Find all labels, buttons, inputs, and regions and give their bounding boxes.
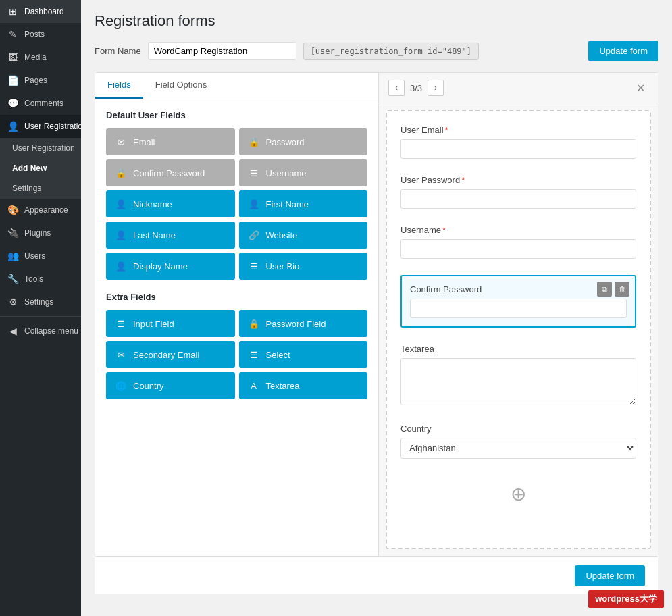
pages-icon: 📄 [7,74,19,86]
nickname-chip-icon: 👤 [114,197,128,211]
field-chip-secondary-email[interactable]: ✉ Secondary Email [106,341,235,368]
field-chip-country[interactable]: 🌐 Country [106,372,235,399]
update-form-button-top[interactable]: Update form [588,41,658,61]
confirm-password-input[interactable] [410,299,627,318]
username-required-star: * [442,225,446,235]
field-chip-password-field[interactable]: 🔒 Password Field [239,310,368,337]
field-chip-confirm-password[interactable]: 🔒 Confirm Password [106,159,235,186]
sidebar-collapse-menu[interactable]: ◀ Collapse menu [0,319,81,342]
field-chip-website-label: Website [266,230,298,240]
field-actions: ⧉ 🗑 [597,282,629,297]
sidebar-subitem-settings[interactable]: Settings [0,178,81,199]
country-chip-icon: 🌐 [114,379,128,392]
field-chip-email[interactable]: ✉ Email [106,128,235,155]
sidebar-label-plugins: Plugins [24,228,51,238]
sidebar-item-settings[interactable]: ⚙ Settings [0,290,81,313]
firstname-chip-icon: 👤 [247,197,261,211]
page-indicator: 3/3 [407,83,425,93]
field-chip-textarea[interactable]: A Textarea [239,372,368,399]
total-pages: 3 [417,83,422,93]
country-select[interactable]: Afghanistan Albania United States [400,438,636,459]
sidebar-item-media[interactable]: 🖼 Media [0,46,81,69]
field-chip-select[interactable]: ☰ Select [239,341,368,368]
form-field-confirm-password-selected[interactable]: ⧉ 🗑 Confirm Password [400,275,636,328]
sidebar-subitem-user-registration[interactable]: User Registration [0,138,81,158]
sidebar-item-plugins[interactable]: 🔌 Plugins [0,222,81,245]
watermark: wordpress大学 [588,590,664,608]
appearance-icon: 🎨 [7,204,19,216]
field-chip-password[interactable]: 🔒 Password [239,128,368,155]
tabs-bar: Fields Field Options [95,73,378,99]
main-content: Registration forms Form Name [user_regis… [81,0,672,616]
user-password-required-star: * [461,175,465,185]
sidebar-label-dashboard: Dashboard [24,7,64,16]
sidebar-item-appearance[interactable]: 🎨 Appearance [0,199,81,222]
field-chip-nickname-label: Nickname [133,199,172,209]
website-chip-icon: 🔗 [247,228,261,242]
sidebar-item-posts[interactable]: ✎ Posts [0,23,81,46]
select-chip-icon: ☰ [247,348,261,361]
close-button[interactable]: ✕ [632,80,648,96]
sidebar-label-settings: Settings [24,297,53,307]
field-chip-website[interactable]: 🔗 Website [239,222,368,249]
default-user-fields-title: Default User Fields [106,110,367,120]
user-password-label: User Password* [400,175,636,185]
field-chip-last-name[interactable]: 👤 Last Name [106,222,235,249]
collapse-label: Collapse menu [24,326,78,336]
field-chip-email-label: Email [133,137,155,147]
field-chip-input-field[interactable]: ☰ Input Field [106,310,235,337]
passwordfield-chip-icon: 🔒 [247,317,261,330]
tools-icon: 🔧 [7,273,19,285]
field-chip-display-name[interactable]: 👤 Display Name [106,253,235,280]
content-area: Registration forms Form Name [user_regis… [81,0,672,616]
field-chip-first-name-label: First Name [266,199,309,209]
next-page-button[interactable]: › [428,80,444,96]
sidebar-subitem-add-new[interactable]: Add New [0,158,81,178]
lastname-chip-icon: 👤 [114,228,128,242]
field-chip-password-label: Password [266,137,305,147]
field-chip-user-bio-label: User Bio [266,261,300,272]
extra-fields-grid: ☰ Input Field 🔒 Password Field ✉ Seconda… [106,310,367,399]
sidebar-item-comments[interactable]: 💬 Comments [0,92,81,115]
sidebar-item-pages[interactable]: 📄 Pages [0,69,81,92]
sidebar-item-users[interactable]: 👥 Users [0,245,81,267]
field-chip-first-name[interactable]: 👤 First Name [239,190,368,217]
field-delete-button[interactable]: 🗑 [615,282,629,297]
subitem-label-settings: Settings [12,184,41,193]
field-chip-password-field-label: Password Field [266,319,326,329]
subitem-label-user-registration: User Registration [12,143,75,153]
field-copy-button[interactable]: ⧉ [597,282,612,297]
sidebar-divider [0,316,81,317]
sidebar-label-appearance: Appearance [24,205,68,215]
password-chip-icon: 🔒 [247,135,261,149]
confirm-pw-chip-icon: 🔒 [114,166,128,180]
tab-field-options[interactable]: Field Options [143,73,219,99]
user-email-input[interactable] [400,139,636,159]
field-chip-nickname[interactable]: 👤 Nickname [106,190,235,217]
field-chip-username[interactable]: ☰ Username [239,159,368,186]
editor-layout: Fields Field Options Default User Fields… [95,72,658,557]
tab-fields[interactable]: Fields [95,73,143,99]
form-name-input[interactable] [148,42,296,60]
current-page: 3 [410,83,415,93]
prev-page-button[interactable]: ‹ [388,80,405,96]
sidebar-label-posts: Posts [24,30,45,39]
field-chip-user-bio[interactable]: ☰ User Bio [239,253,368,280]
add-row-button[interactable]: ⊕ [400,475,636,513]
sidebar-item-user-registration[interactable]: 👤 User Registration [0,115,81,138]
default-fields-grid: ✉ Email 🔒 Password 🔒 Confirm Password [106,128,367,280]
user-password-input[interactable] [400,189,636,209]
form-field-country: Country Afghanistan Albania United State… [400,424,636,459]
sidebar-item-dashboard[interactable]: ⊞ Dashboard [0,0,81,23]
media-icon: 🖼 [7,51,19,63]
textarea-input[interactable] [400,358,636,405]
pagination-bar: ‹ 3/3 › ✕ [379,73,658,103]
form-name-label: Form Name [95,46,141,56]
sidebar-item-tools[interactable]: 🔧 Tools [0,267,81,290]
field-chip-confirm-password-label: Confirm Password [133,168,205,178]
update-form-button-bottom[interactable]: Update form [575,565,645,586]
inputfield-chip-icon: ☰ [114,317,128,330]
field-chip-secondary-email-label: Secondary Email [133,350,199,360]
username-input[interactable] [400,239,636,259]
field-chip-country-label: Country [133,381,164,391]
